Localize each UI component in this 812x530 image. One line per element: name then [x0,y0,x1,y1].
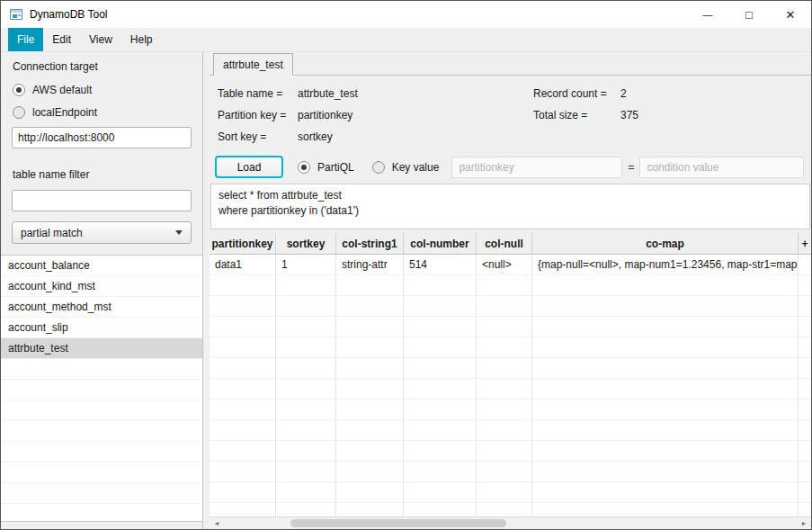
local-endpoint-radio[interactable]: localEndpoint [13,105,202,119]
cell-empty [799,275,811,296]
results-grid: partitionkey sortkey col-string1 col-num… [210,233,811,517]
cell-empty [336,420,404,441]
cell-empty [276,503,336,517]
local-endpoint-label: localEndpoint [32,106,97,119]
table-filter-input[interactable] [12,190,192,211]
column-header-col-string1[interactable]: col-string1 [336,233,404,255]
scroll-right-icon[interactable]: ► [797,517,811,529]
query-editor[interactable]: select * from attrbute_test where partit… [210,184,810,229]
titlebar: DynamoDB Tool — □ ✕ [1,1,811,28]
cell-empty [532,337,799,358]
cell-empty [276,379,336,400]
cell-empty [477,420,532,441]
cell-empty [532,379,799,400]
cell-empty [336,317,404,337]
list-item[interactable]: account_balance [1,256,202,276]
menu-view[interactable]: View [80,28,121,51]
cell-col-string1: string-attr [336,255,404,275]
total-size-label: Total size = [533,109,620,121]
tab-attrbute-test[interactable]: attrbute_test [213,53,293,76]
list-item-empty [1,400,202,421]
cell-empty [477,503,532,517]
minimize-button[interactable]: — [687,1,728,28]
column-header-sortkey[interactable]: sortkey [276,233,336,255]
cell-pad [799,255,811,275]
cell-empty [477,400,532,420]
load-button[interactable]: Load [215,156,283,178]
table-row[interactable]: data1 1 string-attr 514 <null> {map-null… [210,255,811,275]
add-column-button[interactable]: + [799,233,811,255]
sort-key-label: Sort key = [218,130,298,143]
query-line: where partitionkey in ('data1') [219,203,802,219]
table-row-empty [210,358,811,379]
cell-empty [477,296,532,317]
cell-empty [210,275,276,296]
cell-empty [276,296,336,317]
panel-splitter[interactable] [203,52,210,529]
radio-unselected-icon [13,106,25,119]
menu-file[interactable]: File [8,28,43,51]
list-item-empty [1,380,202,400]
cell-empty [799,337,811,358]
cell-empty [532,420,799,441]
table-name-value: attrbute_test [298,87,533,100]
table-info: Table name = attrbute_test Record count … [210,76,811,152]
app-window: DynamoDB Tool — □ ✕ File Edit View Help … [0,0,812,530]
menu-help[interactable]: Help [121,28,162,51]
cell-co-map: {map-null=<null>, map-num1=1.23456, map-… [532,255,799,275]
app-icon [9,7,23,22]
partition-key-input[interactable] [451,157,622,178]
cell-empty [532,482,799,503]
cell-empty [276,462,336,482]
list-item[interactable]: attrbute_test [1,338,202,359]
partiql-radio[interactable]: PartiQL [298,160,354,174]
endpoint-input[interactable] [12,127,192,148]
cell-empty [799,317,811,337]
cell-empty [477,441,532,462]
condition-value-input[interactable] [639,157,804,178]
cell-empty [532,317,799,337]
menu-edit[interactable]: Edit [43,28,80,51]
cell-empty [799,296,811,317]
aws-default-radio[interactable]: AWS default [13,83,202,96]
table-row-empty [210,503,811,517]
cell-empty [477,379,532,400]
cell-col-number: 514 [404,255,477,275]
record-count-label: Record count = [533,87,620,100]
cell-empty [532,462,799,482]
grid-header-row: partitionkey sortkey col-string1 col-num… [210,233,811,255]
horizontal-scrollbar[interactable]: ◄ ► [210,517,811,529]
close-button[interactable]: ✕ [770,1,811,28]
column-header-col-null[interactable]: col-null [477,233,532,255]
cell-empty [799,420,811,441]
cell-empty [532,275,799,296]
table-row-empty [210,296,811,317]
list-item[interactable]: account_method_mst [1,297,202,318]
key-value-radio[interactable]: Key value [372,160,440,174]
cell-empty [276,337,336,358]
cell-empty [404,420,477,441]
scrollbar-thumb[interactable] [290,519,506,527]
table-row-empty [210,420,811,441]
list-item[interactable]: account_slip [1,318,202,338]
list-item[interactable]: account_kind_mst [1,276,202,297]
total-size-value: 375 [620,109,811,121]
cell-empty [210,317,276,337]
cell-empty [276,358,336,379]
radio-selected-icon [13,84,25,96]
cell-empty [532,400,799,420]
cell-empty [404,317,477,337]
column-header-col-number[interactable]: col-number [404,233,477,255]
column-header-co-map[interactable]: co-map [532,233,799,255]
dropdown-caret-icon [175,230,183,235]
cell-empty [210,503,276,517]
column-header-partitionkey[interactable]: partitionkey [210,233,276,255]
maximize-button[interactable]: □ [728,1,770,28]
cell-empty [210,358,276,379]
cell-empty [210,400,276,420]
scroll-left-icon[interactable]: ◄ [210,517,224,529]
connection-target-label: Connection target [13,60,202,74]
cell-empty [404,358,477,379]
match-mode-dropdown[interactable]: partial match [12,221,192,244]
minimize-icon: — [703,9,713,20]
